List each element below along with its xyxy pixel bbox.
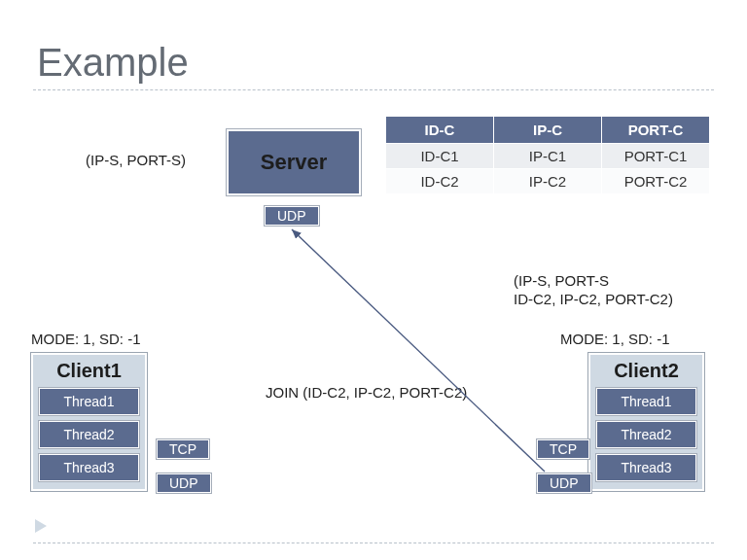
table-cell: ID-C2 xyxy=(386,169,494,194)
client2-params-label: (IP-S, PORT-S ID-C2, IP-C2, PORT-C2) xyxy=(514,272,673,309)
client1-thread: Thread1 xyxy=(39,388,139,415)
table-row: ID-C2 IP-C2 PORT-C2 xyxy=(386,169,710,194)
table-cell: IP-C1 xyxy=(494,144,602,169)
client1-tcp-tag: TCP xyxy=(157,439,209,459)
table-cell: PORT-C1 xyxy=(602,144,710,169)
client1-mode-label: MODE: 1, SD: -1 xyxy=(31,331,141,347)
client1-box: Client1 Thread1 Thread2 Thread3 xyxy=(31,353,147,491)
table-header: PORT-C xyxy=(602,117,710,144)
table-cell: ID-C1 xyxy=(386,144,494,169)
play-icon xyxy=(35,519,47,533)
client1-udp-tag: UDP xyxy=(157,473,211,493)
client1-thread: Thread3 xyxy=(39,454,139,481)
table-header: ID-C xyxy=(386,117,494,144)
server-udp-tag: UDP xyxy=(265,206,319,226)
table-row: ID-C1 IP-C1 PORT-C1 xyxy=(386,144,710,169)
server-address-label: (IP-S, PORT-S) xyxy=(86,152,186,168)
join-message-label: JOIN (ID-C2, IP-C2, PORT-C2) xyxy=(266,384,467,401)
server-box: Server xyxy=(227,129,361,195)
table-cell: IP-C2 xyxy=(494,169,602,194)
client2-udp-tag: UDP xyxy=(537,473,591,493)
divider-top xyxy=(33,89,714,90)
client2-box: Client2 Thread1 Thread2 Thread3 xyxy=(588,353,704,491)
table-header-row: ID-C IP-C PORT-C xyxy=(386,117,710,144)
table-cell: PORT-C2 xyxy=(602,169,710,194)
client1-thread: Thread2 xyxy=(39,421,139,448)
client1-title: Client1 xyxy=(39,360,139,382)
client2-thread: Thread2 xyxy=(596,421,696,448)
client2-tcp-tag: TCP xyxy=(537,439,589,459)
client2-thread: Thread1 xyxy=(596,388,696,415)
page-title: Example xyxy=(37,41,189,85)
client2-thread: Thread3 xyxy=(596,454,696,481)
table-header: IP-C xyxy=(494,117,602,144)
client2-title: Client2 xyxy=(596,360,696,382)
client-table: ID-C IP-C PORT-C ID-C1 IP-C1 PORT-C1 ID-… xyxy=(385,116,710,194)
divider-bottom xyxy=(33,542,714,543)
client2-mode-label: MODE: 1, SD: -1 xyxy=(560,331,670,347)
svg-line-0 xyxy=(292,229,545,472)
